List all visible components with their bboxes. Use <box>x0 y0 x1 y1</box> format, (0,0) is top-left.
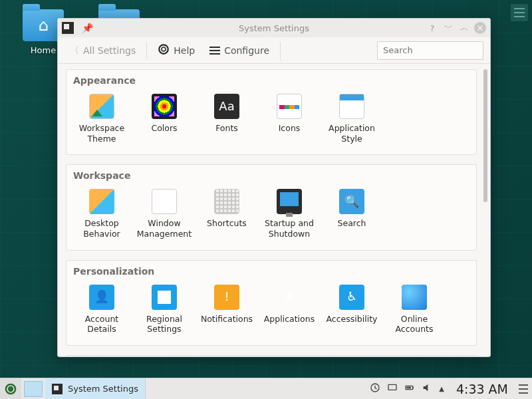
fonts-icon: Aa <box>214 94 239 119</box>
account-details-icon: 👤 <box>89 285 114 310</box>
svg-point-0 <box>159 45 168 54</box>
desktop-behavior-icon <box>89 189 114 214</box>
content-area: AppearanceWorkspace ThemeColorsAaFontsIc… <box>58 64 490 356</box>
panel-menu-button[interactable] <box>515 378 532 400</box>
app-icon <box>62 22 74 34</box>
category-grid: Workspace ThemeColorsAaFontsIconsApplica… <box>66 88 476 154</box>
item-label: Search <box>322 218 382 229</box>
help-button[interactable]: Help <box>152 43 200 57</box>
titlebar[interactable]: 📌 System Settings ? ﹀ ︿ ✕ <box>58 19 490 37</box>
item-label: Online Accounts <box>384 314 444 334</box>
separator <box>280 42 281 59</box>
chevron-left-icon: 〈 <box>70 45 79 57</box>
online-accounts-icon <box>402 285 427 310</box>
item-label: Startup and Shutdown <box>259 218 319 239</box>
item-label: Desktop Behavior <box>72 218 132 239</box>
settings-item[interactable]: ♿Accessibility <box>321 282 383 337</box>
svg-rect-8 <box>413 387 414 389</box>
toolbar: 〈 All Settings Help Configure <box>58 37 490 64</box>
accessibility-icon: ♿ <box>339 285 364 310</box>
settings-item[interactable]: Application Style <box>321 91 383 146</box>
settings-item[interactable]: 👤Account Details <box>70 282 133 337</box>
category-grid: Desktop BehaviorWindow ManagementShortcu… <box>66 184 476 249</box>
item-label: Notifications <box>197 314 257 325</box>
item-label: Account Details <box>72 314 132 334</box>
applications-icon: ★ <box>277 285 302 310</box>
configure-button[interactable]: Configure <box>204 45 275 56</box>
system-tray: ▲ <box>364 382 450 395</box>
shortcuts-icon <box>214 189 239 214</box>
settings-item[interactable]: Startup and Shutdown <box>258 186 321 241</box>
maximize-button[interactable]: ︿ <box>458 22 470 34</box>
workspace-theme-icon <box>89 94 114 119</box>
configure-label: Configure <box>224 45 269 56</box>
settings-item[interactable]: Colors <box>133 91 196 146</box>
settings-item[interactable]: Desktop Behavior <box>70 186 133 241</box>
show-desktop-button[interactable] <box>24 381 43 397</box>
window-title: System Settings <box>58 23 490 33</box>
category-title: Appearance <box>66 70 476 88</box>
all-settings-button[interactable]: 〈 All Settings <box>65 45 141 57</box>
volume-icon[interactable] <box>422 382 432 395</box>
settings-item[interactable]: Online Accounts <box>383 282 446 337</box>
category-workspace: WorkspaceDesktop BehaviorWindow Manageme… <box>66 164 477 250</box>
colors-icon <box>152 94 177 119</box>
category-personalization: Personalization👤Account DetailsRegional … <box>66 260 477 346</box>
svg-rect-5 <box>388 384 396 390</box>
pin-icon[interactable]: 📌 <box>78 23 93 33</box>
category-network: Network <box>66 355 477 356</box>
close-button[interactable]: ✕ <box>474 22 486 34</box>
svg-rect-7 <box>407 387 412 389</box>
panel: System Settings ▲ 4:33 AM <box>0 378 532 399</box>
search-input[interactable] <box>377 41 483 60</box>
category-title: Network <box>66 356 476 356</box>
help-icon[interactable]: ? <box>426 22 438 34</box>
regional-settings-icon <box>152 285 177 310</box>
category-title: Personalization <box>66 261 476 279</box>
notifications-icon: ! <box>214 285 239 310</box>
item-label: Application Style <box>322 123 382 144</box>
hamburger-icon <box>209 47 220 55</box>
settings-item[interactable]: ★Applications <box>258 282 321 337</box>
item-label: Fonts <box>197 123 257 134</box>
icons-icon <box>277 94 302 119</box>
update-icon[interactable] <box>370 382 380 395</box>
settings-item[interactable]: Shortcuts <box>196 186 258 241</box>
settings-item[interactable]: Regional Settings <box>133 282 196 337</box>
settings-item[interactable]: Window Management <box>133 186 196 241</box>
clock[interactable]: 4:33 AM <box>450 382 515 396</box>
lifebuoy-icon <box>158 43 170 57</box>
network-icon[interactable] <box>387 382 398 395</box>
system-settings-window: 📌 System Settings ? ﹀ ︿ ✕ 〈 All Settings… <box>57 18 491 357</box>
settings-item[interactable]: Icons <box>258 91 321 146</box>
item-label: Regional Settings <box>134 314 194 334</box>
item-label: Workspace Theme <box>72 123 132 144</box>
item-label: Window Management <box>134 218 194 239</box>
settings-item[interactable]: Workspace Theme <box>70 91 133 146</box>
settings-item[interactable]: AaFonts <box>196 91 258 146</box>
item-label: Colors <box>134 123 194 134</box>
desktop-menu-button[interactable] <box>511 4 528 21</box>
tray-expand-icon[interactable]: ▲ <box>439 385 444 392</box>
minimize-button[interactable]: ﹀ <box>442 22 454 34</box>
all-settings-label: All Settings <box>83 45 136 56</box>
settings-item[interactable]: !Notifications <box>196 282 258 337</box>
window-management-icon <box>152 189 177 214</box>
item-label: Accessibility <box>322 314 382 325</box>
settings-icon <box>52 384 63 394</box>
task-system-settings[interactable]: System Settings <box>45 378 146 400</box>
category-appearance: AppearanceWorkspace ThemeColorsAaFontsIc… <box>66 69 477 155</box>
category-grid: 👤Account DetailsRegional Settings!Notifi… <box>66 279 476 345</box>
help-label: Help <box>174 45 195 56</box>
application-launcher[interactable] <box>0 378 21 400</box>
task-label: System Settings <box>68 384 138 394</box>
scrollbar[interactable] <box>483 69 487 202</box>
separator <box>146 42 147 59</box>
item-label: Shortcuts <box>197 218 257 229</box>
application-style-icon <box>339 94 364 119</box>
startup-and-shutdown-icon <box>277 189 302 214</box>
svg-point-1 <box>162 47 166 51</box>
battery-icon[interactable] <box>404 382 415 395</box>
category-title: Workspace <box>66 165 476 184</box>
settings-item[interactable]: 🔍Search <box>321 186 383 241</box>
